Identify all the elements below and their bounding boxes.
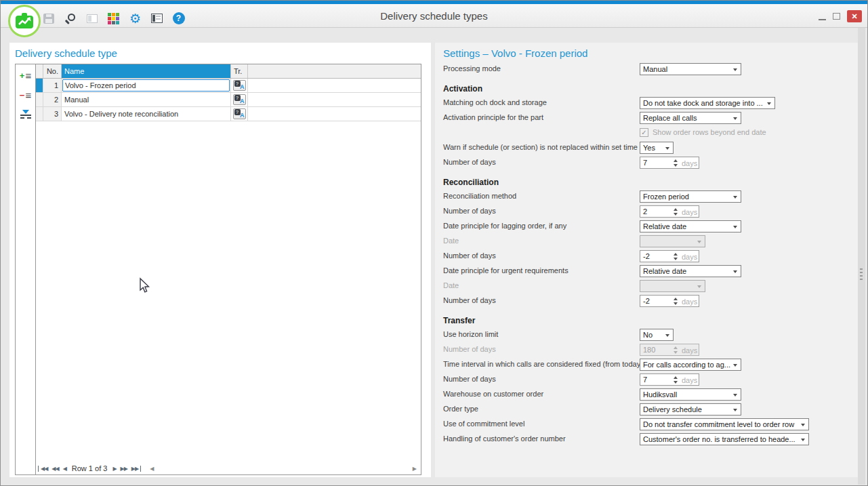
cell-no: 3 <box>43 107 62 121</box>
spin-up-icon <box>674 376 678 379</box>
settings-row: Use of commitment levelDo not transfer c… <box>435 418 861 430</box>
spinner-number-of-days[interactable]: 7days <box>640 373 699 386</box>
spinner-number-of-days[interactable]: -2days <box>640 250 699 262</box>
dropdown-reconciliation-method[interactable]: Frozen period <box>640 190 741 203</box>
dropdown-processing-mode[interactable]: Manual <box>640 63 741 75</box>
cell-name[interactable]: Volvo - Delivery note reconciliation <box>62 107 231 121</box>
spinner-number-of-days[interactable]: -2days <box>640 295 699 307</box>
spinner-number-of-days[interactable]: 180days <box>640 344 699 356</box>
hscroll-right-arrow[interactable]: ▶ <box>411 466 419 472</box>
chevron-down-icon <box>733 68 737 71</box>
settings-row: Number of days-2days <box>435 250 861 262</box>
checkbox-label: Show order rows beyond end date <box>653 128 766 136</box>
table-row[interactable]: 2Manual?A <box>36 93 421 107</box>
minimize-button[interactable] <box>819 19 826 20</box>
dropdown-use-horizon-limit[interactable]: No <box>640 329 674 341</box>
delete-row-icon[interactable]: −≡ <box>18 90 33 101</box>
dropdown-warehouse-on-customer-order[interactable]: Hudiksvall <box>640 388 741 401</box>
append-row-icon[interactable] <box>20 110 32 119</box>
table-row[interactable]: 1Volvo - Frozen period?A <box>36 79 421 93</box>
translate-button[interactable]: ?A <box>233 80 246 91</box>
translate-button[interactable]: ?A <box>233 94 246 105</box>
chevron-down-icon <box>697 241 701 243</box>
dropdown-matching-och-dock-and-storage[interactable]: Do not take dock and storage into ... <box>640 97 775 109</box>
spinner-number-of-days[interactable]: 7days <box>640 157 699 169</box>
translate-button[interactable]: ?A <box>233 108 246 119</box>
column-header-tr[interactable]: Tr. <box>231 64 248 78</box>
table-row[interactable]: 3Volvo - Delivery note reconciliation?A <box>36 107 421 121</box>
settings-row: ✓Show order rows beyond end date <box>435 127 861 139</box>
maximize-button[interactable] <box>833 13 840 20</box>
dropdown-order-type[interactable]: Delivery schedule <box>640 403 741 416</box>
settings-row: Number of days180days <box>435 344 861 356</box>
chevron-down-icon <box>733 409 737 411</box>
help-icon[interactable]: ? <box>171 12 186 25</box>
field-label: Number of days <box>443 296 496 304</box>
dropdown-time-interval-in-which-calls-are-considered-fixed-from-today-[interactable]: For calls according to ag... <box>640 359 741 371</box>
pager-fast-back-button[interactable]: ◀◀ <box>49 466 60 472</box>
spin-down-icon <box>674 258 678 260</box>
chevron-down-icon <box>733 270 737 273</box>
column-header-no[interactable]: No. <box>43 64 62 78</box>
add-row-icon[interactable]: +≡ <box>18 70 33 81</box>
right-splitter[interactable] <box>858 28 865 485</box>
pager-forward-button[interactable]: ▶ <box>110 466 118 472</box>
dropdown-handling-of-customer-s-order-number[interactable]: Customer's order no. is transferred to h… <box>640 433 809 445</box>
field-label: Number of days <box>443 207 496 215</box>
pager-last-button[interactable]: ▶▶ <box>129 466 141 472</box>
pager-fast-forward-button[interactable]: ▶▶ <box>119 466 129 472</box>
spinner-arrows-icon[interactable] <box>674 376 678 384</box>
spinner-arrows-icon[interactable] <box>674 298 678 305</box>
search-icon[interactable] <box>63 12 77 25</box>
dropdown-warn-if-schedule-or-section-is-not-replaced-within-set-time[interactable]: Yes <box>640 142 674 154</box>
field-label: Handling of customer's order number <box>443 434 566 443</box>
dropdown-activation-principle-for-the-part[interactable]: Replace all calls <box>640 112 741 124</box>
spinner-arrows-icon[interactable] <box>674 208 678 216</box>
row-selector[interactable] <box>36 93 43 106</box>
pager-first-button[interactable]: ◀◀ <box>38 466 49 472</box>
settings-gear-icon[interactable]: ⚙ <box>128 12 142 25</box>
row-selector[interactable] <box>36 79 43 92</box>
settings-fields: Processing modeManualActivationMatching … <box>435 63 861 448</box>
chevron-down-icon <box>801 439 805 441</box>
pager-back-button[interactable]: ◀ <box>61 466 68 472</box>
layout-icon[interactable] <box>85 12 99 25</box>
spin-down-icon <box>674 351 678 354</box>
save-icon[interactable] <box>41 12 56 25</box>
settings-panel: Settings – Volvo - Frozen period Process… <box>435 43 861 477</box>
settings-panel-title: Settings – Volvo - Frozen period <box>443 47 587 59</box>
column-header-name[interactable]: Name <box>62 64 231 78</box>
show-order-rows-checkbox[interactable]: ✓ <box>640 128 648 137</box>
spinner-arrows-icon[interactable] <box>674 253 678 260</box>
spin-up-icon <box>674 253 678 256</box>
content-area: Delivery schedule type +≡ −≡ <box>1 28 867 485</box>
spinner-arrows-icon[interactable] <box>674 159 678 167</box>
spinner-number-of-days[interactable]: 2days <box>640 205 699 218</box>
field-label: Matching och dock and storage <box>443 98 547 106</box>
dropdown-date[interactable] <box>640 235 705 247</box>
dropdown-date[interactable] <box>640 280 705 292</box>
cell-name[interactable]: Manual <box>62 93 231 106</box>
chevron-down-icon <box>767 102 771 105</box>
close-button[interactable]: ✕ <box>847 10 862 22</box>
spin-down-icon <box>674 381 678 384</box>
translate-a-icon: A <box>240 84 245 90</box>
field-label: Number of days <box>443 251 496 260</box>
hscroll-left-arrow[interactable]: ◀ <box>148 466 156 472</box>
chevron-down-icon <box>801 424 805 426</box>
spin-down-icon <box>674 213 678 216</box>
dropdown-date-principle-for-lagging-order-if-any[interactable]: Relative date <box>640 220 741 232</box>
grid-row-toolbar: +≡ −≡ <box>16 64 36 474</box>
dropdown-use-of-commitment-level[interactable]: Do not transfer commitment level to orde… <box>640 418 809 430</box>
schedule-type-grid: +≡ −≡ No. Name T <box>15 64 421 475</box>
spin-up-icon <box>674 208 678 211</box>
row-selector[interactable] <box>36 107 43 121</box>
settings-row: Date <box>435 280 861 292</box>
cell-no: 1 <box>43 79 62 92</box>
spin-up-icon <box>674 159 678 162</box>
reports-book-icon[interactable] <box>150 12 164 25</box>
name-editor-input[interactable]: Volvo - Frozen period <box>62 79 230 92</box>
cell-name[interactable]: Volvo - Frozen period <box>62 79 231 92</box>
apps-grid-icon[interactable] <box>106 12 121 25</box>
dropdown-date-principle-for-urgent-requirements[interactable]: Relative date <box>640 265 741 277</box>
